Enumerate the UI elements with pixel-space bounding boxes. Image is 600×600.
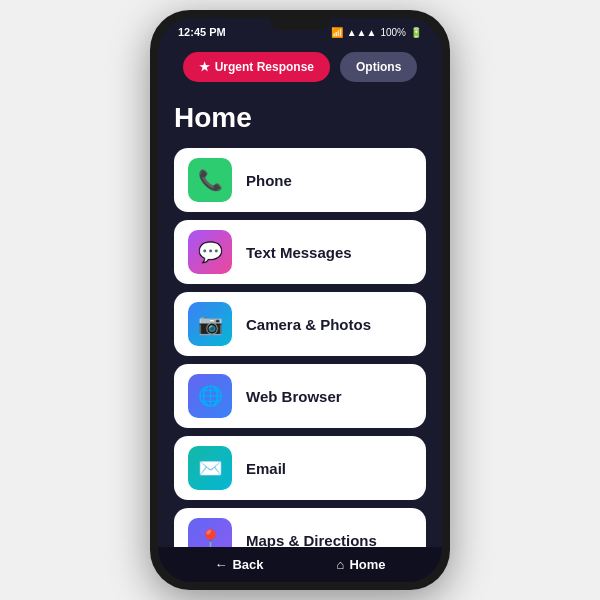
app-item-sms[interactable]: Text Messages — [174, 220, 426, 284]
status-icons: 📶 ▲▲▲ 100% 🔋 — [331, 27, 422, 38]
app-item-phone[interactable]: Phone — [174, 148, 426, 212]
camera-icon — [198, 312, 223, 336]
home-button[interactable]: Home — [337, 557, 386, 572]
camera-app-icon — [188, 302, 232, 346]
urgent-response-button[interactable]: Urgent Response — [183, 52, 330, 82]
back-button[interactable]: Back — [214, 557, 263, 572]
sms-app-icon — [188, 230, 232, 274]
phone-app-icon — [188, 158, 232, 202]
app-item-browser[interactable]: Web Browser — [174, 364, 426, 428]
sms-app-label: Text Messages — [246, 244, 352, 261]
email-app-label: Email — [246, 460, 286, 477]
signal-icon: ▲▲▲ — [347, 27, 377, 38]
battery-indicator: 100% — [380, 27, 406, 38]
phone-screen: 12:45 PM 📶 ▲▲▲ 100% 🔋 Urgent Response Op… — [158, 18, 442, 582]
top-buttons-area: Urgent Response Options — [158, 42, 442, 92]
options-label: Options — [356, 60, 401, 74]
phone-icon — [198, 168, 223, 192]
urgent-response-label: Urgent Response — [215, 60, 314, 74]
options-button[interactable]: Options — [340, 52, 417, 82]
page-title: Home — [174, 102, 426, 134]
browser-app-icon — [188, 374, 232, 418]
status-time: 12:45 PM — [178, 26, 226, 38]
app-item-camera[interactable]: Camera & Photos — [174, 292, 426, 356]
back-icon — [214, 557, 227, 572]
notch — [270, 18, 330, 30]
app-list: Phone Text Messages Camera & Photos — [174, 148, 426, 547]
camera-app-label: Camera & Photos — [246, 316, 371, 333]
main-content: Home Phone Text Messages — [158, 92, 442, 547]
bottom-navigation: Back Home — [158, 547, 442, 582]
app-item-maps[interactable]: Maps & Directions — [174, 508, 426, 547]
phone-frame: 12:45 PM 📶 ▲▲▲ 100% 🔋 Urgent Response Op… — [150, 10, 450, 590]
back-label: Back — [232, 557, 263, 572]
app-item-email[interactable]: Email — [174, 436, 426, 500]
home-icon — [337, 557, 345, 572]
email-app-icon — [188, 446, 232, 490]
wifi-icon: 📶 — [331, 27, 343, 38]
home-label: Home — [349, 557, 385, 572]
browser-icon — [198, 384, 223, 408]
maps-icon — [198, 528, 223, 547]
email-icon — [198, 456, 223, 480]
star-icon — [199, 60, 210, 74]
phone-app-label: Phone — [246, 172, 292, 189]
maps-app-label: Maps & Directions — [246, 532, 377, 548]
battery-icon: 🔋 — [410, 27, 422, 38]
sms-icon — [198, 240, 223, 264]
maps-app-icon — [188, 518, 232, 547]
browser-app-label: Web Browser — [246, 388, 342, 405]
